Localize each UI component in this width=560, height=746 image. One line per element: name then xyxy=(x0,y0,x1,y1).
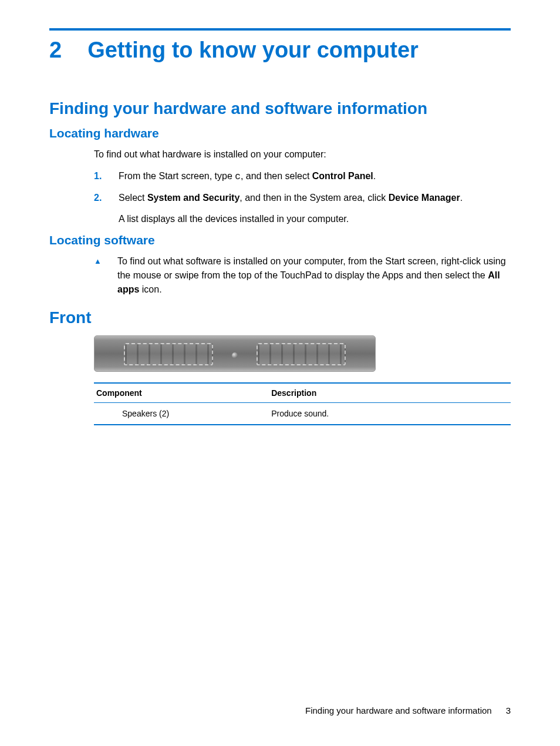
footer-page-number: 3 xyxy=(506,705,511,715)
cell-component: Speakers (2) xyxy=(94,403,269,425)
col-component: Component xyxy=(94,383,269,403)
triangle-icon: ▲ xyxy=(94,254,104,297)
top-rule xyxy=(49,28,511,31)
step-number: 2. xyxy=(94,191,104,205)
hardware-intro: To find out what hardware is installed o… xyxy=(94,147,511,161)
software-bullet: ▲ To find out what software is installed… xyxy=(94,254,511,297)
step-text: From the Start screen, type c, and then … xyxy=(119,169,511,184)
front-view-illustration xyxy=(94,335,376,372)
section-finding-info: Finding your hardware and software infor… xyxy=(49,99,511,118)
chapter-heading: 2 Getting to know your computer xyxy=(49,38,511,63)
step-2: 2. Select System and Security, and then … xyxy=(94,191,511,205)
step-text: Select System and Security, and then in … xyxy=(119,191,511,205)
step-number: 1. xyxy=(94,169,104,184)
table-row: Speakers (2) Produce sound. xyxy=(94,403,511,425)
step-1: 1. From the Start screen, type c, and th… xyxy=(94,169,511,184)
subsection-locating-hardware: Locating hardware xyxy=(49,126,511,140)
chapter-title: Getting to know your computer xyxy=(87,38,419,63)
page-footer: Finding your hardware and software infor… xyxy=(305,705,511,715)
chapter-number: 2 xyxy=(49,38,62,63)
cell-description: Produce sound. xyxy=(269,403,511,425)
subsection-locating-software: Locating software xyxy=(49,233,511,247)
step-2-note: A list displays all the devices installe… xyxy=(94,212,511,226)
col-description: Description xyxy=(269,383,511,403)
component-table: Component Description Speakers (2) Produ… xyxy=(94,382,511,425)
section-front: Front xyxy=(49,308,511,327)
center-dot-icon xyxy=(232,352,238,358)
footer-section-title: Finding your hardware and software infor… xyxy=(305,705,492,715)
